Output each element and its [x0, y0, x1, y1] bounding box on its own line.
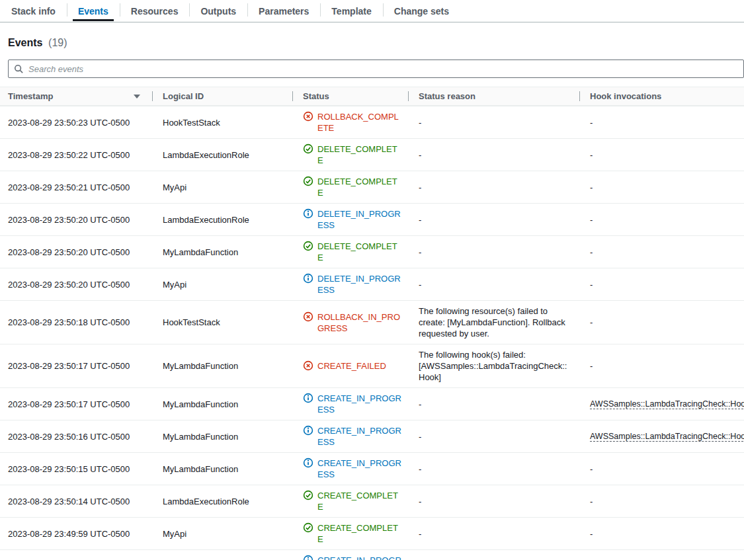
status-success-icon	[303, 143, 313, 154]
status-success-icon	[303, 241, 313, 251]
search-box	[8, 60, 744, 78]
cell-hook-invocations: -	[579, 242, 744, 262]
cell-hook-invocations: -	[579, 177, 744, 198]
cell-status-reason: The following resource(s) failed to crea…	[408, 301, 579, 344]
tab-template[interactable]: Template	[320, 0, 382, 22]
cell-timestamp: 2023-08-29 23:50:23 UTC-0500	[0, 112, 152, 133]
column-header-timestamp[interactable]: Timestamp	[0, 87, 152, 105]
status-info-icon	[303, 208, 313, 219]
cell-status-reason: -	[408, 459, 579, 479]
cell-logical-id: MyLambdaFunction	[152, 459, 292, 479]
cell-timestamp: 2023-08-29 23:50:16 UTC-0500	[0, 426, 152, 447]
hook-invocation-link[interactable]: AWSSamples::LambdaTracingCheck::Hook	[590, 432, 744, 442]
cell-status: DELETE_COMPLETE	[292, 139, 408, 171]
table-row: 2023-08-29 23:50:23 UTC-0500 HookTestSta…	[0, 106, 744, 139]
cell-timestamp: 2023-08-29 23:50:17 UTC-0500	[0, 356, 152, 376]
tab-label: Stack info	[11, 6, 56, 17]
status-error-icon	[303, 311, 313, 322]
cell-status-reason: -	[408, 274, 579, 295]
cell-hook-invocations: -	[579, 556, 744, 560]
cell-status: DELETE_IN_PROGRESS	[292, 268, 408, 300]
cell-status: CREATE_IN_PROGRESS	[292, 420, 408, 452]
cell-status: CREATE_IN_PROGRESS	[292, 388, 408, 420]
cell-timestamp: 2023-08-29 23:49:59 UTC-0500	[0, 556, 152, 560]
status-error-icon	[303, 360, 313, 371]
tab-change-sets[interactable]: Change sets	[383, 0, 460, 22]
cell-hook-invocations: -	[579, 112, 744, 133]
search-input[interactable]	[9, 60, 743, 77]
table-header-row: Timestamp Logical ID Status Status reaso…	[0, 87, 744, 106]
cell-status-reason: -	[408, 145, 579, 165]
cell-status-reason: -	[408, 177, 579, 198]
tab-label: Change sets	[394, 6, 449, 17]
cell-timestamp: 2023-08-29 23:50:22 UTC-0500	[0, 145, 152, 165]
cell-logical-id: MyApi	[152, 177, 292, 198]
cell-logical-id: MyLambdaFunction	[152, 242, 292, 262]
cell-logical-id: MyLambdaFunction	[152, 356, 292, 376]
table-row: 2023-08-29 23:50:15 UTC-0500 MyLambdaFun…	[0, 453, 744, 485]
cell-hook-invocations: -	[579, 524, 744, 544]
cell-hook-invocations: -	[579, 459, 744, 479]
table-row: 2023-08-29 23:50:22 UTC-0500 LambdaExecu…	[0, 139, 744, 171]
cell-timestamp: 2023-08-29 23:49:59 UTC-0500	[0, 524, 152, 544]
cell-status: CREATE_IN_PROGRESS	[292, 550, 408, 560]
cell-hook-invocations: -	[579, 210, 744, 230]
table-row: 2023-08-29 23:50:20 UTC-0500 LambdaExecu…	[0, 204, 744, 236]
tab-events[interactable]: Events	[67, 0, 120, 22]
cell-status-reason: -	[408, 394, 579, 415]
tab-stack-info[interactable]: Stack info	[0, 0, 67, 22]
cell-logical-id: MyLambdaFunction	[152, 426, 292, 447]
table-row: 2023-08-29 23:50:17 UTC-0500 MyLambdaFun…	[0, 344, 744, 388]
cell-hook-invocations: -	[579, 491, 744, 512]
cell-timestamp: 2023-08-29 23:50:21 UTC-0500	[0, 177, 152, 198]
table-row: 2023-08-29 23:50:20 UTC-0500 MyLambdaFun…	[0, 236, 744, 268]
table-row: 2023-08-29 23:50:16 UTC-0500 MyLambdaFun…	[0, 420, 744, 453]
column-header-logical-id: Logical ID	[152, 87, 292, 105]
status-info-icon	[303, 425, 313, 436]
status-success-icon	[303, 176, 313, 186]
tab-label: Template	[331, 6, 371, 17]
cell-status-reason: -	[408, 491, 579, 512]
cell-status: CREATE_COMPLETE	[292, 485, 408, 517]
status-error-icon	[303, 111, 313, 122]
status-success-icon	[303, 490, 313, 500]
status-info-icon	[303, 273, 313, 284]
tab-label: Parameters	[259, 6, 309, 17]
cell-logical-id: MyLambdaFunction	[152, 394, 292, 415]
cell-timestamp: 2023-08-29 23:50:18 UTC-0500	[0, 312, 152, 333]
cell-timestamp: 2023-08-29 23:50:17 UTC-0500	[0, 394, 152, 415]
cell-hook-invocations: -	[579, 312, 744, 333]
tab-outputs[interactable]: Outputs	[189, 0, 247, 22]
events-panel-header: Events (19)	[0, 22, 744, 49]
column-header-status-reason: Status reason	[408, 87, 579, 105]
status-success-icon	[303, 522, 313, 533]
cell-status-reason: -	[408, 426, 579, 447]
cell-timestamp: 2023-08-29 23:50:15 UTC-0500	[0, 459, 152, 479]
tab-label: Events	[78, 6, 108, 17]
sort-descending-icon	[134, 95, 140, 99]
cell-status: CREATE_COMPLETE	[292, 518, 408, 549]
hook-invocation-link[interactable]: AWSSamples::LambdaTracingCheck::Hook	[590, 399, 744, 409]
cell-hook-invocations: -	[579, 145, 744, 165]
table-row: 2023-08-29 23:50:20 UTC-0500 MyApi DELET…	[0, 268, 744, 301]
cell-status: DELETE_COMPLETE	[292, 236, 408, 268]
tab-parameters[interactable]: Parameters	[247, 0, 320, 22]
cell-logical-id: HookTestStack	[152, 112, 292, 133]
table-row: 2023-08-29 23:49:59 UTC-0500 MyApi CREAT…	[0, 550, 744, 560]
column-header-hook-invocations: Hook invocations	[579, 87, 744, 105]
cell-status-reason: -	[408, 112, 579, 133]
cell-status: DELETE_IN_PROGRESS	[292, 204, 408, 235]
cell-timestamp: 2023-08-29 23:50:14 UTC-0500	[0, 491, 152, 512]
status-info-icon	[303, 393, 313, 403]
table-row: 2023-08-29 23:50:14 UTC-0500 LambdaExecu…	[0, 485, 744, 518]
table-row: 2023-08-29 23:49:59 UTC-0500 MyApi CREAT…	[0, 518, 744, 550]
cell-status: ROLLBACK_COMPLETE	[292, 106, 408, 138]
cell-hook-invocations: -	[579, 274, 744, 295]
cell-status-reason: The following hook(s) failed: [AWSSample…	[408, 344, 579, 387]
column-header-status: Status	[292, 87, 408, 105]
panel-title: Events	[8, 37, 42, 48]
tab-resources[interactable]: Resources	[120, 0, 190, 22]
table-row: 2023-08-29 23:50:17 UTC-0500 MyLambdaFun…	[0, 388, 744, 420]
status-info-icon	[303, 458, 313, 468]
stack-tab-bar: Stack info Events Resources Outputs Para…	[0, 0, 744, 22]
